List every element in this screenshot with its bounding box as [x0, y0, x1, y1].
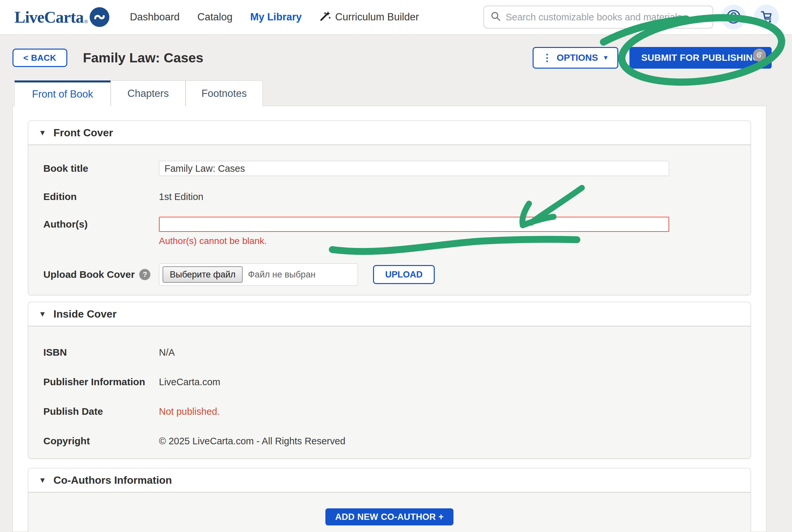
help-question-icon[interactable]: ?: [139, 269, 150, 280]
co-authors-section: ▼ Co-Authors Information ADD NEW CO-AUTH…: [28, 468, 751, 532]
cart-button[interactable]: [754, 5, 779, 30]
livecarta-scroll-icon: [90, 7, 109, 27]
publisher-value: LiveCarta.com: [159, 377, 220, 387]
inside-cover-body: ISBN N/A Publisher Information LiveCarta…: [28, 326, 751, 458]
add-new-co-author-button[interactable]: ADD NEW CO-AUTHOR +: [325, 508, 453, 526]
front-cover-section: ▼ Front Cover Book title Edition 1st Edi…: [28, 120, 751, 295]
collapse-triangle-icon: ▼: [39, 476, 46, 485]
tab-footnotes[interactable]: Footnotes: [186, 80, 263, 106]
inside-cover-title: Inside Cover: [54, 308, 117, 320]
publish-date-value: Not published.: [159, 406, 220, 417]
upload-cover-label-text: Upload Book Cover: [43, 269, 135, 280]
nav-my-library[interactable]: My Library: [250, 11, 302, 23]
publish-date-label: Publish Date: [43, 406, 159, 417]
front-cover-body: Book title Edition 1st Edition Author(s)…: [28, 145, 751, 295]
nav-catalog[interactable]: Catalog: [197, 11, 232, 23]
kebab-menu-icon: ⋮: [542, 55, 552, 61]
publish-date-row: Publish Date Not published.: [43, 406, 751, 417]
nav-dashboard[interactable]: Dashboard: [130, 11, 180, 23]
book-title-row: Book title: [43, 161, 751, 176]
isbn-label: ISBN: [43, 347, 159, 358]
edition-row: Edition 1st Edition: [43, 191, 751, 202]
co-authors-title: Co-Authors Information: [54, 474, 172, 486]
options-button[interactable]: ⋮ OPTIONS ▼: [533, 47, 618, 69]
magic-wand-icon: [320, 10, 331, 24]
edition-value: 1st Edition: [159, 191, 203, 202]
file-status-text: Файл не выбран: [248, 270, 315, 280]
search-input[interactable]: [506, 12, 703, 23]
book-tabs: Front of Book Chapters Footnotes: [15, 80, 263, 106]
choose-file-button[interactable]: Выберите файл: [162, 266, 243, 283]
livecarta-logo[interactable]: LiveCarta ®: [15, 7, 109, 27]
tab-front-of-book[interactable]: Front of Book: [15, 80, 111, 106]
search-icon: [490, 11, 501, 23]
page-title: Family Law: Cases: [83, 50, 204, 66]
front-of-book-panel: ▼ Front Cover Book title Edition 1st Edi…: [13, 106, 766, 532]
page-toolbar: < BACK Family Law: Cases ⋮ OPTIONS ▼ SUB…: [0, 35, 792, 81]
authors-input[interactable]: [159, 217, 669, 232]
cart-icon: [759, 9, 774, 25]
authors-error-message: Author(s) cannot be blank.: [159, 236, 751, 246]
main-nav: Dashboard Catalog My Library Curriculum …: [130, 10, 419, 24]
global-search: [483, 5, 713, 28]
account-icon: [726, 9, 741, 25]
co-authors-body: ADD NEW CO-AUTHOR +: [28, 493, 751, 532]
front-cover-header[interactable]: ▼ Front Cover: [28, 121, 751, 145]
upload-cover-label: Upload Book Cover ?: [43, 269, 159, 280]
collapse-triangle-icon: ▼: [39, 310, 46, 319]
book-title-input[interactable]: [159, 161, 669, 176]
submit-for-publishing-button[interactable]: SUBMIT FOR PUBLISHING: [630, 47, 772, 69]
upload-cover-row: Upload Book Cover ? Выберите файл Файл н…: [43, 263, 751, 286]
toolbar-actions: ⋮ OPTIONS ▼ SUBMIT FOR PUBLISHING: [533, 47, 772, 69]
upload-button[interactable]: UPLOAD: [373, 265, 435, 284]
logo-text: LiveCarta: [15, 7, 83, 26]
isbn-row: ISBN N/A: [43, 347, 751, 358]
co-authors-header[interactable]: ▼ Co-Authors Information: [28, 468, 751, 493]
publisher-row: Publisher Information LiveCarta.com: [43, 376, 751, 387]
copyright-label: Copyright: [43, 435, 159, 446]
account-button[interactable]: [721, 5, 746, 30]
copyright-value: © 2025 LiveCarta.com - All Rights Reserv…: [159, 436, 345, 446]
file-input[interactable]: Выберите файл Файл не выбран: [159, 263, 358, 286]
publisher-label: Publisher Information: [43, 376, 159, 387]
collapse-triangle-icon: ▼: [39, 128, 46, 137]
authors-label: Author(s): [43, 219, 159, 230]
livecarta-book-page: { "header": { "logo_text": "LiveCarta", …: [0, 0, 792, 532]
app-header: LiveCarta ® Dashboard Catalog My Library…: [0, 0, 792, 35]
swirl-decoration-icon[interactable]: [753, 49, 766, 62]
options-label: OPTIONS: [557, 53, 598, 63]
isbn-value: N/A: [159, 347, 175, 358]
nav-curriculum-builder[interactable]: Curriculum Builder: [320, 10, 419, 24]
edition-label: Edition: [43, 191, 159, 202]
nav-curriculum-builder-label: Curriculum Builder: [335, 11, 419, 23]
back-button[interactable]: < BACK: [13, 49, 67, 67]
front-cover-title: Front Cover: [54, 127, 113, 139]
chevron-down-icon: ▼: [602, 54, 609, 61]
registered-mark: ®: [84, 19, 88, 24]
book-title-label: Book title: [43, 163, 159, 174]
inside-cover-section: ▼ Inside Cover ISBN N/A Publisher Inform…: [28, 302, 751, 459]
tab-chapters[interactable]: Chapters: [111, 80, 186, 106]
copyright-row: Copyright © 2025 LiveCarta.com - All Rig…: [43, 435, 751, 446]
authors-row: Author(s): [43, 217, 751, 232]
inside-cover-header[interactable]: ▼ Inside Cover: [28, 302, 751, 326]
